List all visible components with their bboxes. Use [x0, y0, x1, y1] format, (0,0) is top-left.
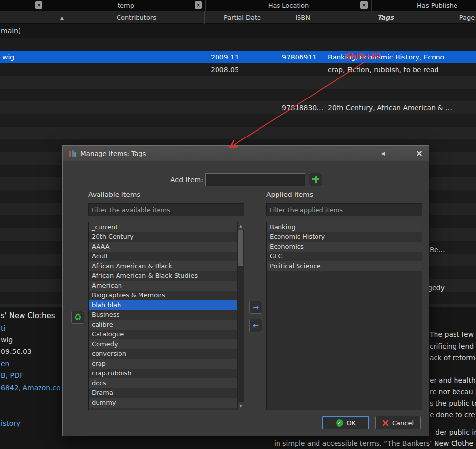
scroll-down-icon[interactable]: ▼ — [238, 402, 244, 410]
ok-label: OK — [347, 419, 356, 427]
applied-items-label: Applied items — [266, 191, 313, 198]
apply-item-button[interactable]: → — [249, 301, 262, 314]
group-row: main) — [0, 24, 476, 38]
column-header-partial-date[interactable]: Partial Date — [205, 11, 280, 24]
scrollbar-thumb[interactable] — [238, 230, 243, 266]
cancel-button[interactable]: Cancel — [375, 416, 421, 429]
comment-fragment: The past few — [430, 331, 474, 339]
tab-has-publisher[interactable]: Has Publishe — [372, 0, 476, 11]
available-item[interactable]: 20th Century — [89, 232, 237, 242]
available-item[interactable]: African American & Black Studies — [89, 271, 237, 281]
details-link[interactable]: en — [1, 360, 10, 368]
ok-check-icon: ✓ — [336, 419, 343, 427]
available-item[interactable]: Economic History — [89, 408, 237, 410]
unapply-item-button[interactable]: ← — [249, 319, 262, 332]
ids-link[interactable]: 6842, Amazon.co — [1, 384, 60, 392]
arrow-left-icon: ← — [253, 322, 259, 330]
column-header-page[interactable]: Page — [446, 11, 476, 24]
available-item[interactable]: Business — [89, 310, 237, 320]
arrow-right-icon: → — [253, 304, 259, 312]
details-text: wig — [1, 336, 13, 344]
available-item[interactable]: Drama — [89, 388, 237, 398]
tab-close-icon[interactable]: × — [360, 1, 368, 9]
available-item[interactable]: dummy — [89, 398, 237, 408]
column-header-sorted[interactable]: ▲ — [0, 11, 68, 24]
cell-tags-fragment: Re… — [430, 246, 445, 254]
cancel-label: Cancel — [392, 419, 414, 427]
dialog-books-icon — [69, 150, 77, 157]
column-header-row: ▲ Contributors Partial Date ISBN Tags Pa… — [0, 11, 476, 24]
tab-bar: × temp × Has Location × Has Publishe — [0, 0, 476, 11]
timestamp-text: 09:56:03 — [1, 348, 32, 356]
dock-left-icon[interactable]: ◀ — [381, 150, 385, 156]
applied-item[interactable]: Economics — [267, 242, 422, 252]
tab-temp[interactable]: temp × — [46, 0, 206, 11]
add-item-button[interactable] — [309, 173, 322, 186]
cell-isbn: 97818830… — [282, 104, 323, 112]
available-item[interactable]: Comedy — [89, 339, 237, 349]
available-items-inner: _current20th CenturyAAAAAdultAfrican Ame… — [89, 222, 237, 410]
tab-close-icon[interactable]: × — [35, 1, 42, 9]
applied-items-inner: BankingEconomic HistoryEconomicsGFCPolit… — [267, 222, 422, 410]
comment-fragment: in simple and accessible terms. “The Ban… — [274, 439, 473, 448]
column-header-contributors[interactable]: Contributors — [68, 11, 205, 24]
available-items-label: Available items — [88, 191, 140, 198]
ok-button[interactable]: ✓ OK — [322, 416, 369, 429]
tab-close-icon[interactable]: × — [195, 1, 202, 9]
cell-author: wig — [2, 53, 14, 61]
tab-has-location[interactable]: Has Location × — [206, 0, 372, 11]
cell-isbn: 97806911… — [282, 53, 323, 61]
available-item[interactable]: American — [89, 281, 237, 291]
comment-fragment: er and health — [430, 376, 476, 385]
applied-items-list[interactable]: BankingEconomic HistoryEconomicsGFCPolit… — [266, 222, 422, 410]
available-item[interactable]: Adult — [89, 252, 237, 261]
applied-item[interactable]: GFC — [267, 252, 422, 261]
scroll-up-icon[interactable]: ▲ — [238, 222, 244, 230]
available-item[interactable]: _current — [89, 222, 237, 232]
cell-tags-fragment: gedy — [428, 284, 445, 292]
app-window: × temp × Has Location × Has Publishe ▲ C… — [0, 0, 476, 449]
applied-item[interactable]: Political Science — [267, 261, 422, 271]
tab-label: Has Location — [268, 2, 309, 9]
available-item[interactable]: AAAA — [89, 242, 237, 252]
available-item[interactable]: Catalogue — [89, 330, 237, 339]
tab-unnamed[interactable]: × — [0, 0, 46, 11]
cell-partial-date: 2008.05 — [211, 66, 239, 74]
sort-ascending-icon: ▲ — [60, 15, 64, 20]
tag-link[interactable]: istory — [1, 419, 20, 428]
available-scrollbar[interactable]: ▲ ▼ — [237, 222, 244, 410]
available-items-list[interactable]: _current20th CenturyAAAAAdultAfrican Ame… — [88, 222, 244, 410]
cell-tags: 20th Century, African American & … — [328, 104, 452, 112]
add-item-label: Add item: — [170, 176, 203, 184]
cancel-x-icon — [382, 420, 389, 426]
applied-item[interactable]: Economic History — [267, 232, 422, 242]
restore-item-button[interactable]: ♻ — [71, 311, 84, 324]
available-item[interactable]: Biographies & Memoirs — [89, 291, 237, 300]
comment-fragment: der public in — [436, 429, 476, 437]
group-label: main) — [1, 27, 20, 35]
applied-filter-input[interactable] — [266, 203, 422, 216]
dialog-title: Manage items: Tags — [80, 150, 146, 157]
cell-tags: Banking, Economic History, Econo… — [328, 53, 451, 61]
dialog-titlebar[interactable]: Manage items: Tags ◀ × — [63, 146, 429, 161]
comment-fragment: crificing lend — [430, 342, 474, 351]
available-item[interactable]: crap — [89, 359, 237, 369]
available-item[interactable]: crap.rubbish — [89, 369, 237, 378]
available-item[interactable]: blah blah — [89, 300, 237, 310]
author-link[interactable]: ti — [1, 324, 5, 332]
available-item[interactable]: conversion — [89, 349, 237, 359]
applied-item[interactable]: Banking — [267, 222, 422, 232]
dialog-close-icon[interactable]: × — [416, 149, 423, 157]
available-item[interactable]: calibre — [89, 320, 237, 330]
column-header-isbn[interactable]: ISBN — [280, 11, 325, 24]
available-item[interactable]: docs — [89, 378, 237, 388]
column-header-tags[interactable]: Tags — [325, 11, 446, 24]
available-filter-input[interactable] — [88, 203, 244, 216]
add-item-input[interactable] — [205, 173, 305, 186]
cell-partial-date: 2009.11 — [211, 53, 239, 61]
available-item[interactable]: African American & Black — [89, 261, 237, 271]
comment-fragment: re not becau — [430, 388, 473, 396]
comment-fragment: ack of reform — [430, 354, 475, 362]
formats-link[interactable]: B, PDF — [1, 371, 23, 380]
comment-fragment: s the public to — [430, 399, 476, 408]
